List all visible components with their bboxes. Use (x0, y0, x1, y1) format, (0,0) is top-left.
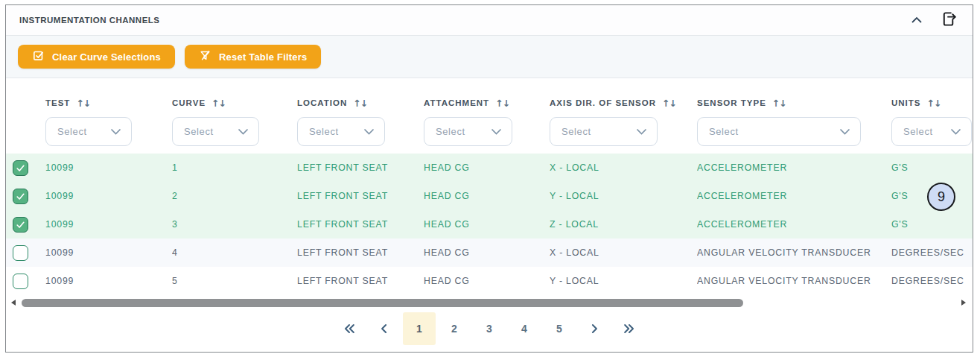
cell-curve: 3 (172, 219, 297, 230)
toolbar: Clear Curve Selections Reset Table Filte… (6, 36, 973, 78)
chevron-down-icon (110, 125, 121, 139)
table-row[interactable]: 100993LEFT FRONT SEATHEAD CGZ - LOCALACC… (6, 210, 973, 238)
previous-page-button[interactable] (368, 312, 401, 345)
column-sort-header-test[interactable]: TEST↑↓ (45, 94, 172, 112)
chevron-right-icon (587, 321, 602, 336)
page-button-4[interactable]: 4 (508, 312, 541, 345)
chevron-up-icon (911, 15, 921, 25)
collapse-panel-button[interactable] (911, 15, 921, 25)
sort-arrows-icon[interactable]: ↑↓ (772, 98, 786, 109)
column-sort-header-curve[interactable]: CURVE↑↓ (172, 94, 297, 112)
table-row[interactable]: 100994LEFT FRONT SEATHEAD CGX - LOCALANG… (6, 238, 973, 267)
column-sort-header-sensor[interactable]: SENSOR TYPE↑↓ (697, 94, 891, 112)
sort-arrows-icon[interactable]: ↑↓ (495, 98, 509, 109)
filter-select-test[interactable]: Select (45, 117, 132, 146)
filter-select-attachment[interactable]: Select (424, 117, 512, 146)
chevron-down-icon (839, 125, 850, 139)
table-row[interactable]: 100992LEFT FRONT SEATHEAD CGY - LOCALACC… (6, 182, 973, 210)
cell-units: DEGREES/SEC (891, 247, 973, 258)
sort-arrows-icon[interactable]: ↑↓ (662, 98, 676, 109)
cell-axis: Z - LOCAL (550, 219, 697, 230)
column-label: CURVE (172, 98, 206, 107)
chevrons-left-icon (342, 321, 357, 336)
column-sort-header-units[interactable]: UNITS↑↓ (891, 94, 973, 112)
sort-arrows-icon[interactable]: ↑↓ (211, 98, 226, 109)
chevron-down-icon (363, 125, 375, 139)
row-checkbox[interactable] (13, 245, 28, 261)
reset-table-filters-button[interactable]: Reset Table Filters (185, 45, 321, 69)
page-button-3[interactable]: 3 (473, 312, 506, 345)
filter-select-sensor[interactable]: Select (697, 117, 861, 146)
cell-test: 10099 (45, 219, 172, 230)
page-button-5[interactable]: 5 (543, 312, 576, 345)
clear-curve-selections-label: Clear Curve Selections (52, 51, 161, 63)
column-header-test: TEST↑↓Select (45, 94, 172, 154)
first-page-button[interactable] (333, 312, 366, 345)
table-header-row: TEST↑↓SelectCURVE↑↓SelectLOCATION↑↓Selec… (6, 78, 973, 154)
column-header-sensor: SENSOR TYPE↑↓Select (697, 94, 891, 154)
pagination: 12345 (6, 310, 973, 352)
cell-units: DEGREES/SEC (891, 276, 973, 286)
cell-axis: X - LOCAL (550, 247, 697, 258)
page-button-1[interactable]: 1 (403, 312, 436, 345)
cell-curve: 4 (172, 247, 297, 258)
cell-sensor: ANGULAR VELOCITY TRANSDUCER (697, 247, 891, 258)
table-row[interactable]: 100991LEFT FRONT SEATHEAD CGX - LOCALACC… (6, 154, 973, 182)
export-button[interactable] (941, 10, 958, 30)
chevron-down-icon (636, 125, 647, 139)
sort-arrows-icon[interactable]: ↑↓ (353, 98, 367, 109)
column-header-attachment: ATTACHMENT↑↓Select (424, 94, 550, 154)
cell-attachment: HEAD CG (424, 162, 550, 173)
filter-select-location[interactable]: Select (297, 117, 385, 146)
cell-axis: X - LOCAL (550, 162, 697, 173)
scroll-left-arrow[interactable] (11, 300, 16, 306)
cell-sensor: ANGULAR VELOCITY TRANSDUCER (697, 276, 891, 286)
scroll-right-arrow[interactable] (961, 300, 966, 306)
column-label: UNITS (891, 98, 921, 107)
cell-curve: 1 (172, 162, 297, 173)
column-label: AXIS DIR. OF SENSOR (550, 98, 656, 107)
cell-sensor: ACCELEROMETER (697, 162, 891, 173)
column-header-units: UNITS↑↓Select (891, 94, 973, 154)
last-page-button[interactable] (613, 312, 646, 345)
next-page-button[interactable] (578, 312, 611, 345)
cell-location: LEFT FRONT SEAT (297, 276, 424, 286)
filter-select-units[interactable]: Select (891, 117, 972, 146)
table-row[interactable]: 100995LEFT FRONT SEATHEAD CGY - LOCALANG… (6, 267, 973, 295)
sort-arrows-icon[interactable]: ↑↓ (76, 98, 90, 109)
clear-curve-selections-button[interactable]: Clear Curve Selections (18, 45, 175, 69)
cell-units: G'S (891, 162, 973, 173)
filter-select-curve[interactable]: Select (172, 117, 259, 146)
filter-select-axis[interactable]: Select (550, 117, 658, 146)
row-checkbox[interactable] (13, 160, 28, 176)
checkbox-cell (6, 217, 45, 233)
cell-sensor: ACCELEROMETER (697, 219, 891, 230)
row-checkbox[interactable] (13, 274, 28, 289)
row-checkbox[interactable] (13, 217, 28, 233)
column-header-axis: AXIS DIR. OF SENSOR↑↓Select (550, 94, 697, 154)
cell-location: LEFT FRONT SEAT (297, 219, 424, 230)
cell-attachment: HEAD CG (424, 247, 550, 258)
column-sort-header-axis[interactable]: AXIS DIR. OF SENSOR↑↓ (550, 94, 697, 112)
table-body: 100991LEFT FRONT SEATHEAD CGX - LOCALACC… (6, 154, 973, 295)
row-checkbox[interactable] (13, 189, 28, 204)
scrollbar-thumb[interactable] (22, 299, 743, 307)
filter-select-value: Select (436, 126, 465, 137)
cell-attachment: HEAD CG (424, 191, 550, 201)
checkbox-cell (6, 274, 45, 289)
cell-sensor: ACCELEROMETER (697, 191, 891, 201)
cell-test: 10099 (45, 247, 172, 258)
sort-arrows-icon[interactable]: ↑↓ (927, 98, 941, 109)
column-sort-header-location[interactable]: LOCATION↑↓ (297, 94, 424, 112)
cell-units: G'S (891, 219, 973, 230)
page-button-2[interactable]: 2 (438, 312, 471, 345)
checkbox-cell (6, 189, 45, 204)
filter-select-value: Select (709, 126, 739, 137)
column-header-curve: CURVE↑↓Select (172, 94, 297, 154)
cell-axis: Y - LOCAL (550, 191, 697, 201)
column-sort-header-attachment[interactable]: ATTACHMENT↑↓ (424, 94, 550, 112)
panel-title: INSTRUMENTATION CHANNELS (19, 16, 160, 25)
checkbox-cell (6, 160, 45, 176)
file-export-icon (941, 10, 958, 30)
cell-attachment: HEAD CG (424, 276, 550, 286)
